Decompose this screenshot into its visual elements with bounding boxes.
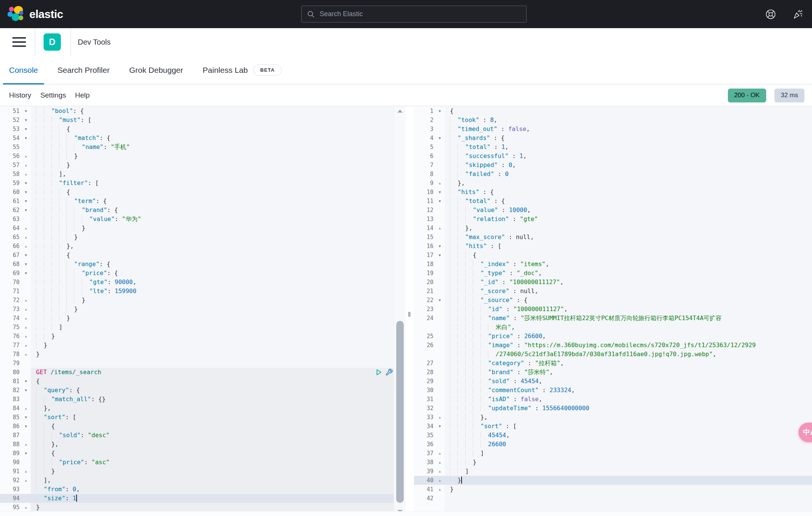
- code-line[interactable]: 30 "commentCount" : 233324,: [414, 386, 812, 395]
- tab-painless-lab[interactable]: Painless Lab BETA: [197, 56, 288, 84]
- code-line[interactable]: 87 "sold": "desc": [0, 431, 394, 440]
- history-menu-item[interactable]: History: [9, 91, 31, 99]
- code-line[interactable]: 52▼ "must": [: [0, 116, 394, 125]
- fold-toggle-icon[interactable]: ▼: [21, 116, 31, 125]
- fold-toggle-icon[interactable]: ▲: [21, 305, 31, 314]
- fold-toggle-icon[interactable]: ▼: [435, 107, 445, 116]
- request-settings-wrench-icon[interactable]: [385, 368, 393, 376]
- code-line[interactable]: 20 "_id" : "100000011127",: [414, 278, 812, 287]
- code-line[interactable]: 3 "timed_out" : false,: [414, 125, 812, 134]
- global-search-input[interactable]: Search Elastic: [301, 6, 527, 23]
- code-line[interactable]: 17▼ {: [414, 251, 812, 260]
- fold-toggle-icon[interactable]: ▼: [435, 197, 445, 206]
- fold-toggle-icon[interactable]: ▼: [435, 422, 445, 431]
- fold-toggle-icon[interactable]: ▲: [435, 467, 445, 476]
- fold-toggle-icon[interactable]: ▲: [21, 404, 31, 413]
- fold-toggle-icon[interactable]: ▼: [21, 188, 31, 197]
- code-line[interactable]: 95▲}: [0, 503, 394, 512]
- code-line[interactable]: 7 "skipped" : 0,: [414, 161, 812, 170]
- fold-toggle-icon[interactable]: ▼: [21, 422, 31, 431]
- response-viewer[interactable]: 1▼{2 "took" : 8,3 "timed_out" : false,4▼…: [414, 107, 812, 516]
- code-line[interactable]: 14▲ },: [414, 224, 812, 233]
- code-line[interactable]: 71 "lte": 159900: [0, 287, 394, 296]
- send-request-button[interactable]: [375, 368, 382, 376]
- code-line[interactable]: 37▲ ]: [414, 449, 812, 458]
- fold-toggle-icon[interactable]: ▼: [435, 296, 445, 305]
- tab-search-profiler[interactable]: Search Profiler: [51, 56, 116, 84]
- code-line[interactable]: 31 "isAD" : false,: [414, 395, 812, 404]
- fold-toggle-icon[interactable]: ▼: [435, 134, 445, 143]
- fold-toggle-icon[interactable]: ▲: [21, 314, 31, 323]
- fold-toggle-icon[interactable]: ▼: [21, 197, 31, 206]
- fold-toggle-icon[interactable]: ▼: [21, 386, 31, 395]
- fold-toggle-icon[interactable]: ▲: [435, 179, 445, 188]
- fold-toggle-icon[interactable]: ▼: [21, 179, 31, 188]
- code-line[interactable]: 34▼ "sort" : [: [414, 422, 812, 431]
- fold-toggle-icon[interactable]: ▲: [21, 467, 31, 476]
- fold-toggle-icon[interactable]: ▼: [435, 242, 445, 251]
- code-line[interactable]: 93 "from": 0,: [0, 485, 394, 494]
- code-line[interactable]: 32 "updateTime" : 1556640000000: [414, 404, 812, 413]
- breadcrumb[interactable]: Dev Tools: [78, 38, 110, 47]
- tab-console[interactable]: Console: [3, 56, 44, 84]
- brand[interactable]: elastic: [0, 6, 63, 23]
- fold-toggle-icon[interactable]: ▲: [435, 413, 445, 422]
- code-line[interactable]: 90 "price": "asc": [0, 458, 394, 467]
- code-line[interactable]: 57▲ }: [0, 161, 394, 170]
- fold-toggle-icon[interactable]: ▼: [435, 188, 445, 197]
- fold-toggle-icon[interactable]: ▼: [435, 251, 445, 260]
- code-line[interactable]: 29 "sold" : 45454,: [414, 377, 812, 386]
- fold-toggle-icon[interactable]: ▼: [21, 125, 31, 134]
- fold-toggle-icon[interactable]: ▲: [435, 449, 445, 458]
- code-line[interactable]: 89▼ {: [0, 449, 394, 458]
- code-line[interactable]: 69▼ "price": {: [0, 269, 394, 278]
- fold-toggle-icon[interactable]: ▲: [21, 341, 31, 350]
- code-line[interactable]: 59▼ "filter": [: [0, 179, 394, 188]
- code-line[interactable]: 19 "_type" : "_doc",: [414, 269, 812, 278]
- settings-menu-item[interactable]: Settings: [40, 91, 66, 99]
- code-line[interactable]: 76▲ }: [0, 332, 394, 341]
- code-line[interactable]: 53▼ {: [0, 125, 394, 134]
- code-line[interactable]: 75▲ ]: [0, 323, 394, 332]
- panel-splitter[interactable]: ‖: [406, 107, 414, 516]
- code-line[interactable]: 72▲ }: [0, 296, 394, 305]
- code-line[interactable]: 92▲ ],: [0, 476, 394, 485]
- fold-toggle-icon[interactable]: ▼: [21, 449, 31, 458]
- code-line[interactable]: 22▼ "_source" : {: [414, 296, 812, 305]
- code-line[interactable]: 10▼ "hits" : {: [414, 188, 812, 197]
- code-line[interactable]: 85▼ "sort": [: [0, 413, 394, 422]
- code-line[interactable]: 2 "took" : 8,: [414, 116, 812, 125]
- code-line[interactable]: 25 "price" : 26600,: [414, 332, 812, 341]
- code-line[interactable]: 40▲ }: [414, 476, 812, 485]
- code-line[interactable]: 16▼ "hits" : [: [414, 242, 812, 251]
- scroll-up-icon[interactable]: [397, 110, 403, 113]
- code-line[interactable]: 66▲ },: [0, 242, 394, 251]
- code-line[interactable]: 62▼ "brand": {: [0, 206, 394, 215]
- code-line[interactable]: 54▼ "match": {: [0, 134, 394, 143]
- code-line[interactable]: 27 "category" : "拉杆箱",: [414, 359, 812, 368]
- code-line[interactable]: 35 45454,: [414, 431, 812, 440]
- code-line[interactable]: 81▼{: [0, 377, 394, 386]
- code-line[interactable]: 21 "_score" : null,: [414, 287, 812, 296]
- code-line[interactable]: 9▲ },: [414, 179, 812, 188]
- code-line[interactable]: 42: [414, 494, 812, 503]
- fold-toggle-icon[interactable]: ▲: [21, 170, 31, 179]
- fold-toggle-icon[interactable]: ▼: [21, 269, 31, 278]
- code-line[interactable]: 8 "failed" : 0: [414, 170, 812, 179]
- fold-toggle-icon[interactable]: ▲: [21, 296, 31, 305]
- fold-toggle-icon[interactable]: ▼: [21, 206, 31, 215]
- fold-toggle-icon[interactable]: ▼: [21, 134, 31, 143]
- request-editor[interactable]: 51▼ "bool": {52▼ "must": [53▼ {54▼ "matc…: [0, 107, 406, 516]
- code-line[interactable]: 39▲ ]: [414, 467, 812, 476]
- code-line[interactable]: 26 "image" : "https://m.360buyimg.com/mo…: [414, 341, 812, 350]
- fold-toggle-icon[interactable]: ▲: [435, 476, 445, 485]
- code-line[interactable]: 84▲ },: [0, 404, 394, 413]
- code-line[interactable]: 58▲ ],: [0, 170, 394, 179]
- code-line[interactable]: 94 "size": 1: [0, 494, 394, 503]
- code-line[interactable]: 33▲ },: [414, 413, 812, 422]
- fold-toggle-icon[interactable]: ▼: [21, 107, 31, 116]
- code-line[interactable]: 70 "gte": 90000,: [0, 278, 394, 287]
- menu-hamburger-icon[interactable]: [12, 37, 26, 47]
- whats-new-party-popper-icon[interactable]: [792, 9, 803, 20]
- help-lifebuoy-icon[interactable]: [765, 9, 776, 20]
